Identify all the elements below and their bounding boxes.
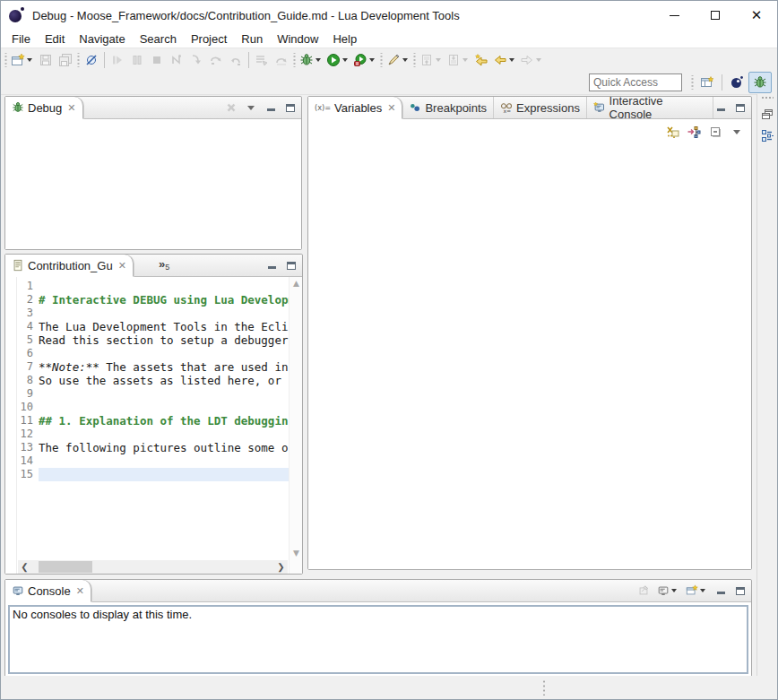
variables-content[interactable] — [308, 143, 751, 569]
use-step-filters-button[interactable] — [252, 50, 272, 70]
tab-interactive-console[interactable]: Interactive Console — [587, 97, 713, 118]
open-perspective-button[interactable] — [696, 72, 719, 93]
menu-help[interactable]: Help — [325, 30, 364, 48]
editor-line[interactable]: 14 — [17, 454, 289, 468]
debug-maximize-button[interactable] — [283, 100, 298, 115]
suspend-button[interactable] — [127, 50, 147, 70]
open-console-dropdown[interactable] — [700, 589, 705, 592]
previous-annotation-dropdown[interactable] — [462, 58, 468, 62]
tab-debug[interactable]: Debug ✕ — [5, 97, 83, 119]
save-all-button[interactable] — [56, 50, 75, 70]
editor-line[interactable]: 10 — [17, 401, 289, 414]
skip-all-breakpoints-button[interactable] — [82, 50, 101, 70]
restore-views-button[interactable] — [760, 107, 774, 121]
back-dropdown[interactable] — [509, 58, 514, 62]
editor-line[interactable]: 13The following pictures outline some o — [17, 441, 289, 454]
debug-dropdown[interactable] — [316, 58, 321, 62]
variables-maximize-button[interactable] — [733, 100, 748, 115]
debug-button[interactable] — [298, 50, 324, 70]
forward-dropdown[interactable] — [536, 58, 541, 62]
save-button[interactable] — [36, 50, 56, 70]
disconnect-button[interactable] — [167, 50, 186, 70]
toolbar-drag-handle[interactable] — [412, 53, 417, 67]
menu-edit[interactable]: Edit — [38, 30, 72, 48]
scroll-right-icon[interactable]: ❯ — [274, 562, 288, 572]
next-annotation-dropdown[interactable] — [436, 58, 441, 62]
display-selected-console-button[interactable] — [656, 583, 679, 598]
editor-tab-overflow[interactable]: »5 — [134, 255, 169, 276]
new-wizard-dropdown[interactable] — [27, 58, 32, 62]
tab-console-close-icon[interactable]: ✕ — [76, 585, 84, 597]
next-annotation-button[interactable] — [418, 50, 445, 70]
debug-view-content[interactable] — [5, 119, 301, 249]
console-maximize-button[interactable] — [733, 583, 748, 598]
menu-file[interactable]: File — [4, 30, 38, 48]
debug-view-menu-button[interactable] — [244, 100, 258, 115]
menu-project[interactable]: Project — [184, 30, 234, 48]
last-edit-location-button[interactable] — [471, 50, 491, 70]
new-wizard-button[interactable] — [9, 50, 36, 70]
hscroll-thumb[interactable] — [39, 561, 92, 573]
console-message-area[interactable]: No consoles to display at this time. — [8, 605, 748, 674]
display-console-dropdown[interactable] — [671, 589, 677, 592]
back-button[interactable] — [491, 50, 518, 70]
remove-terminated-button[interactable] — [224, 100, 238, 115]
console-minimize-button[interactable] — [713, 583, 728, 598]
annotation-ruler[interactable] — [5, 277, 17, 574]
tab-console[interactable]: Console ✕ — [5, 580, 91, 602]
editor-line[interactable]: 8So use the assets as listed here, or — [17, 374, 289, 387]
editor-minimize-button[interactable] — [264, 258, 279, 272]
editor-line[interactable]: 2# Interactive DEBUG using Lua Developme — [17, 293, 289, 307]
external-tools-dropdown[interactable] — [402, 58, 408, 62]
editor-vertical-scrollbar[interactable]: ▲ ▼ — [289, 277, 302, 574]
editor-line[interactable]: 4The Lua Development Tools in the Ecli — [17, 320, 289, 333]
profile-dropdown[interactable] — [369, 58, 375, 62]
pin-console-button[interactable] — [636, 583, 651, 598]
menu-search[interactable]: Search — [133, 30, 184, 48]
menu-run[interactable]: Run — [234, 30, 270, 48]
profile-button[interactable] — [351, 50, 378, 70]
tab-breakpoints[interactable]: Breakpoints — [402, 97, 494, 118]
toolbar-drag-handle[interactable] — [379, 53, 384, 67]
editor-text-area[interactable]: 12# Interactive DEBUG using Lua Developm… — [17, 277, 289, 574]
step-return-button[interactable] — [226, 50, 246, 70]
tab-debug-close-icon[interactable]: ✕ — [67, 102, 75, 114]
toolbar-drag-handle[interactable] — [4, 53, 8, 67]
editor-line[interactable]: 6 — [17, 347, 289, 360]
tab-contribution-guide[interactable]: Contribution_Gu ✕ — [5, 255, 134, 277]
minimize-button[interactable] — [653, 1, 695, 30]
close-button[interactable]: ✕ — [736, 1, 777, 30]
editor-line[interactable]: 1 — [17, 280, 289, 293]
tab-variables[interactable]: (x)= Variables ✕ — [308, 97, 402, 119]
run-dropdown[interactable] — [342, 58, 348, 62]
variables-view-menu-button[interactable] — [730, 125, 744, 139]
collapse-all-button[interactable] — [708, 125, 722, 139]
editor-maximize-button[interactable] — [284, 258, 298, 272]
run-button[interactable] — [324, 50, 351, 70]
tab-variables-close-icon[interactable]: ✕ — [387, 102, 395, 114]
menu-navigate[interactable]: Navigate — [72, 30, 132, 48]
toolbar-drag-handle[interactable] — [690, 75, 695, 90]
variables-minimize-button[interactable] — [713, 100, 728, 115]
external-tools-button[interactable] — [385, 50, 411, 70]
debug-perspective-button[interactable] — [748, 72, 772, 93]
tab-contribution-guide-close-icon[interactable]: ✕ — [118, 260, 126, 272]
step-over-button[interactable] — [206, 50, 226, 70]
lua-perspective-button[interactable] — [725, 72, 748, 93]
scroll-down-icon[interactable]: ▼ — [290, 547, 302, 559]
menu-window[interactable]: Window — [270, 30, 325, 48]
maximize-button[interactable] — [695, 1, 736, 30]
status-drag-handle[interactable] — [542, 679, 546, 696]
forward-button[interactable] — [518, 50, 545, 70]
trim-drag-handle[interactable] — [761, 96, 774, 99]
editor-line[interactable]: 12 — [17, 428, 289, 441]
open-console-button[interactable] — [685, 583, 708, 598]
outline-view-button[interactable] — [760, 128, 774, 143]
quick-access-input[interactable] — [589, 73, 682, 91]
toolbar-drag-handle[interactable] — [76, 53, 81, 67]
editor-line[interactable]: 9 — [17, 387, 289, 401]
editor-line[interactable]: 11## 1. Explanation of the LDT debuggin — [17, 414, 289, 428]
editor-line[interactable]: 5Read this section to setup a debugger — [17, 333, 289, 347]
step-into-button[interactable] — [186, 50, 206, 70]
debug-minimize-button[interactable] — [264, 100, 278, 115]
